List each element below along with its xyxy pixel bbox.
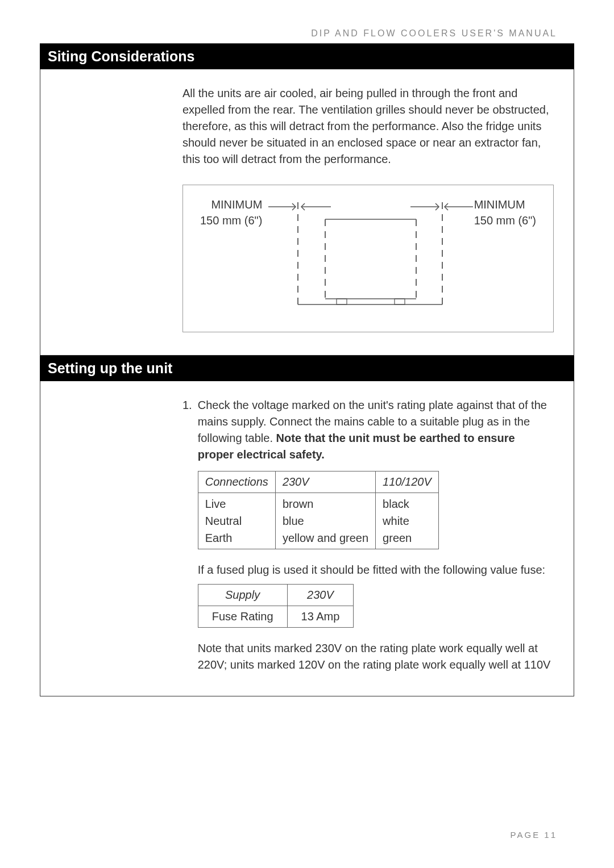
clearance-svg [268, 197, 473, 316]
conn-live: Live [205, 498, 226, 510]
conn-110-earth: green [383, 532, 412, 544]
section-heading-siting: Siting Considerations [40, 44, 574, 69]
connections-table: Connections 230V 110/120V LiveNeutralEar… [198, 471, 439, 549]
fuse-row-value: 13 Amp [287, 606, 354, 628]
conn-col1: LiveNeutralEarth [198, 493, 275, 549]
fuse-header-2: 230V [287, 585, 354, 606]
conn-header-1: Connections [198, 471, 275, 493]
conn-header-3: 110/120V [376, 471, 439, 493]
diagram-right-label: MINIMUM 150 mm (6") [474, 197, 536, 228]
conn-col3: blackwhitegreen [376, 493, 439, 549]
diagram-left-label: MINIMUM 150 mm (6") [200, 197, 262, 228]
siting-paragraph: All the units are air cooled, air being … [182, 69, 554, 168]
conn-neutral: Neutral [205, 515, 242, 527]
svg-rect-11 [337, 299, 347, 304]
svg-rect-12 [395, 299, 405, 304]
section-heading-setup: Setting up the unit [40, 356, 574, 381]
diagram-right-line2: 150 mm (6") [474, 212, 536, 228]
conn-230-live: brown [283, 498, 313, 510]
diagram-right-line1: MINIMUM [474, 197, 536, 212]
fuse-header-1: Supply [198, 585, 287, 606]
page-number: PAGE 11 [511, 830, 557, 840]
clearance-diagram: MINIMUM 150 mm (6") MINIMUM 150 mm (6") [182, 185, 554, 332]
conn-110-neutral: white [383, 515, 409, 527]
conn-230-neutral: blue [283, 515, 304, 527]
list-number: 1. [182, 397, 192, 673]
fuse-intro: If a fused plug is used it should be fit… [198, 562, 554, 578]
diagram-left-line2: 150 mm (6") [200, 212, 262, 228]
fuse-row-label: Fuse Rating [198, 606, 287, 628]
diagram-left-line1: MINIMUM [200, 197, 262, 212]
conn-earth: Earth [205, 532, 233, 544]
conn-col2: brownblueyellow and green [275, 493, 375, 549]
conn-230-earth: yellow and green [283, 532, 368, 544]
conn-110-live: black [383, 498, 409, 510]
conn-header-2: 230V [275, 471, 375, 493]
voltage-note: Note that units marked 230V on the ratin… [198, 640, 554, 673]
running-head: DIP AND FLOW COOLERS USER'S MANUAL [40, 28, 557, 39]
fuse-table: Supply 230V Fuse Rating 13 Amp [198, 584, 354, 628]
setup-step-1: 1. Check the voltage marked on the unit'… [182, 397, 554, 673]
